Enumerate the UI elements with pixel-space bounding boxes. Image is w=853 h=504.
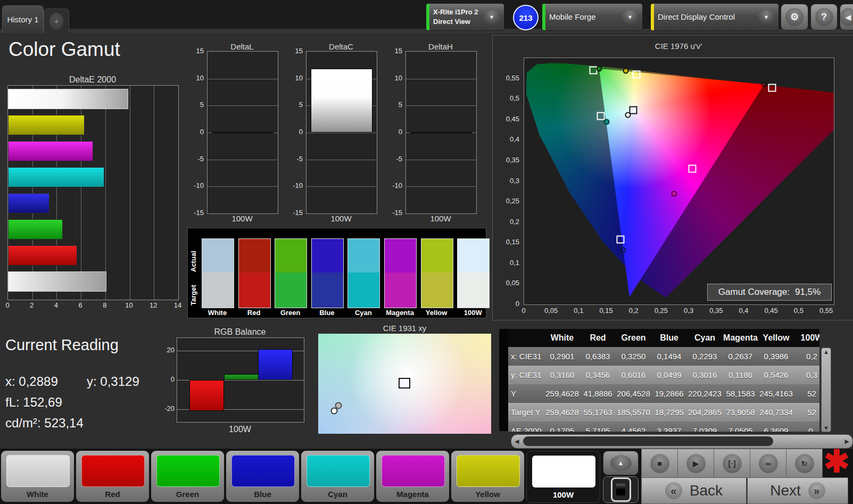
pattern-button-green[interactable]: Green bbox=[151, 451, 224, 502]
swatch-yellow bbox=[421, 238, 453, 308]
rgb-balance-x-label: 100W bbox=[177, 425, 303, 434]
pattern-button-red[interactable]: Red bbox=[76, 451, 149, 502]
tab-history-1[interactable]: History 1 bbox=[2, 5, 44, 33]
cie-actual-red bbox=[761, 81, 767, 87]
delta-chart-deltah bbox=[405, 51, 477, 214]
gamut-coverage-readout: Gamut Coverage: 91,5% bbox=[707, 284, 832, 301]
table-cell: 52 bbox=[794, 408, 819, 417]
cie1976-x-tick-label: 0,15 bbox=[594, 307, 618, 315]
frame-button[interactable]: [·] bbox=[714, 449, 750, 478]
cie1976-y-tick-label: 0,4 bbox=[496, 135, 519, 143]
table-row-label: Y bbox=[508, 389, 544, 398]
pattern-swatch bbox=[156, 455, 220, 487]
table-cell: 0,3 bbox=[794, 370, 819, 379]
pattern-button-magenta[interactable]: Magenta bbox=[376, 451, 449, 502]
table-cell: 206,4528 bbox=[616, 389, 651, 398]
delta-y-tick-label: 5 bbox=[284, 101, 303, 109]
stop-button[interactable]: ■ bbox=[641, 449, 678, 478]
delta-y-tick-label: 10 bbox=[185, 74, 204, 82]
chevron-down-icon: ▼ bbox=[620, 9, 640, 25]
swatch-cyan bbox=[347, 238, 380, 308]
loop-button[interactable]: ∞ bbox=[750, 449, 786, 478]
pattern-swatch bbox=[382, 455, 445, 487]
cie-actual-blue bbox=[620, 247, 626, 253]
window-pattern-button[interactable] bbox=[603, 476, 639, 503]
gridline bbox=[307, 160, 377, 160]
pattern-button-yellow[interactable]: Yellow bbox=[451, 451, 524, 502]
table-row[interactable]: ΔE 20000,17055,71054,45623,39377,03097,0… bbox=[508, 422, 819, 432]
delta-y-tick-label: 0 bbox=[383, 128, 402, 136]
source-dropdown[interactable]: Mobile Forge ▼ bbox=[542, 3, 643, 31]
table-cell: 73,9058 bbox=[723, 408, 758, 417]
cie1976-y-tick-label: 0,55 bbox=[496, 74, 519, 82]
delta-chart-x-label: 100W bbox=[207, 214, 277, 223]
table-row[interactable]: y: CIE310,31600,34560,60160,04990,30160,… bbox=[508, 366, 819, 384]
table-row[interactable]: Y259,462841,8886206,452819,2866220,24235… bbox=[508, 384, 819, 403]
back-button[interactable]: « Back bbox=[641, 477, 747, 504]
reading-cdm: cd/m²: 523,14 bbox=[5, 416, 84, 431]
scroll-down-icon[interactable]: ▼ bbox=[823, 425, 829, 431]
swatch-actual-color bbox=[421, 239, 453, 272]
delta-y-tick-label: -10 bbox=[284, 181, 303, 189]
table-row[interactable]: Target Y259,462855,1763185,557018,729520… bbox=[508, 403, 819, 422]
pattern-button-100w[interactable]: 100W bbox=[526, 451, 600, 503]
table-row[interactable]: x: CIE310,29010,63830,32500,14940,22930,… bbox=[508, 347, 819, 366]
table-column-header: Yellow bbox=[758, 333, 794, 343]
table-vertical-scrollbar[interactable]: ▲ ▼ bbox=[821, 348, 831, 432]
table-horizontal-scrollbar[interactable]: ◀ ▶ bbox=[511, 434, 853, 449]
help-button[interactable]: ? bbox=[810, 4, 838, 30]
table-row-label: x: CIE31 bbox=[508, 352, 544, 361]
deltae-chart bbox=[7, 85, 179, 300]
rgb-bar-green bbox=[224, 374, 259, 380]
table-cell: 58,1583 bbox=[723, 389, 758, 398]
pattern-swatch bbox=[457, 455, 520, 487]
play-button[interactable]: ▶ bbox=[677, 449, 714, 478]
pattern-button-white[interactable]: White bbox=[1, 451, 74, 502]
settings-button[interactable]: ⚙ bbox=[781, 4, 808, 30]
cie1976-y-tick-label: 0,1 bbox=[496, 259, 519, 267]
display-control-dropdown[interactable]: Direct Display Control ▼ bbox=[650, 3, 779, 31]
gamut-coverage-label: Gamut Coverage: bbox=[718, 287, 790, 298]
table-cell: 0,1494 bbox=[651, 352, 687, 361]
pattern-bar-expand-button[interactable]: ▲ bbox=[603, 451, 639, 475]
collapse-panel-button[interactable]: ◀ bbox=[840, 4, 853, 30]
delta-y-tick-label: -10 bbox=[185, 181, 204, 189]
gridline bbox=[406, 186, 476, 187]
pattern-button-label: Cyan bbox=[301, 490, 374, 499]
table-cell: 0,2637 bbox=[723, 352, 758, 361]
table-column-header: Green bbox=[616, 333, 651, 343]
source-label: Mobile Forge bbox=[549, 12, 596, 22]
pattern-button-label: Red bbox=[76, 490, 149, 499]
swatch-label: Yellow bbox=[418, 309, 455, 317]
pattern-button-blue[interactable]: Blue bbox=[226, 451, 299, 502]
delta-bar-zero bbox=[212, 132, 274, 134]
gear-icon: ⚙ bbox=[785, 8, 804, 26]
pattern-button-label: Blue bbox=[226, 490, 299, 499]
new-tab-button[interactable]: + bbox=[44, 9, 69, 33]
swatch-target-color bbox=[275, 272, 307, 308]
cie-target-blue bbox=[616, 236, 624, 244]
cie1976-plot: Gamut Coverage: 91,5% bbox=[524, 57, 834, 305]
meter-dropdown[interactable]: X-Rite i1Pro 2 Direct View ▼ bbox=[426, 3, 504, 31]
refresh-button[interactable]: ↻ bbox=[786, 449, 823, 478]
scroll-left-icon[interactable]: ◀ bbox=[515, 438, 519, 445]
pattern-button-cyan[interactable]: Cyan bbox=[301, 451, 374, 502]
meter-count-badge[interactable]: 213 bbox=[513, 5, 539, 30]
cie-actual-cyan bbox=[604, 119, 610, 125]
swatch-actual-color bbox=[348, 239, 379, 272]
delta-y-tick-label: 10 bbox=[284, 74, 303, 82]
display-control-label: Direct Display Control bbox=[658, 12, 735, 22]
scrollbar-thumb[interactable] bbox=[523, 436, 773, 446]
next-button[interactable]: Next » bbox=[747, 477, 848, 504]
deltae-x-tick-label: 8 bbox=[97, 301, 113, 309]
swatch-target-color bbox=[348, 272, 379, 308]
cie1976-x-tick-label: 0,1 bbox=[567, 307, 590, 315]
table-row-label: Target Y bbox=[508, 408, 544, 417]
cie1931-square-marker bbox=[399, 378, 410, 389]
table-cell: 6,3609 bbox=[758, 426, 794, 432]
rgb-balance-chart bbox=[177, 337, 304, 423]
scroll-up-icon[interactable]: ▲ bbox=[823, 349, 829, 355]
delta-y-tick-label: 15 bbox=[383, 47, 402, 55]
deltae-bar-cyan bbox=[8, 167, 104, 187]
cie1976-y-tick-label: 0,15 bbox=[496, 238, 519, 246]
